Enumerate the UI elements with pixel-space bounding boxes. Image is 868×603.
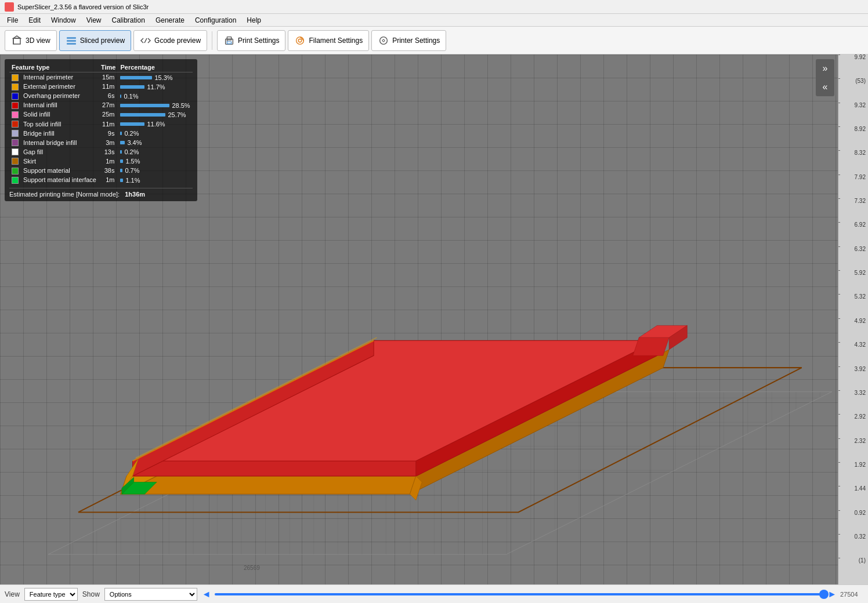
ruler-tick — [838, 318, 840, 319]
color-cell — [9, 138, 21, 147]
feature-label: Support material — [21, 166, 99, 175]
menu-item-help[interactable]: Help — [242, 15, 266, 26]
feature-pct: 0.7% — [125, 167, 139, 174]
slider-min-value: 26569 — [244, 565, 267, 571]
main-area: Feature type Time Percentage Internal pe… — [0, 55, 868, 584]
ruler-tick — [838, 175, 840, 175]
feature-color-swatch — [12, 139, 19, 146]
ruler-label: 5.32 — [855, 294, 866, 300]
feature-pct: 0.2% — [124, 148, 139, 155]
sliced-preview-button[interactable]: Sliced preview — [59, 30, 131, 51]
feature-bar-cell: 25.7% — [118, 110, 192, 119]
svg-point-10 — [227, 40, 228, 41]
print-settings-label: Print Settings — [238, 37, 279, 45]
slider-arrow-right[interactable]: ► — [827, 589, 837, 600]
feature-pct: 0.1% — [124, 93, 138, 100]
ruler-tick — [838, 558, 840, 558]
nav-arrows: » « — [816, 59, 834, 96]
stats-row: Solid infill 25m 25.7% — [9, 110, 193, 119]
feature-label: Bridge infill — [21, 129, 99, 138]
menu-item-generate[interactable]: Generate — [151, 15, 189, 26]
view-select[interactable]: Feature typeHeightWidthSpeedFan speedTem… — [24, 588, 78, 601]
ruler-panel: 9.92(53)9.328.928.327.927.326.926.325.92… — [838, 55, 868, 584]
feature-color-swatch — [12, 74, 19, 81]
3dview-button[interactable]: 3D view — [5, 30, 57, 51]
show-select[interactable]: Options — [104, 588, 197, 601]
menu-item-view[interactable]: View — [82, 15, 106, 26]
ruler-label: 5.92 — [855, 270, 866, 276]
sliced-preview-label: Sliced preview — [80, 37, 125, 45]
ruler-tick — [838, 222, 840, 223]
feature-time: 1m — [99, 175, 118, 184]
stats-row: Bridge infill 9s 0.2% — [9, 129, 193, 138]
ruler-label: 6.32 — [855, 246, 866, 252]
feature-label: Solid infill — [21, 110, 99, 119]
feature-color-swatch — [12, 83, 19, 90]
filament-settings-button[interactable]: Filament Settings — [288, 30, 369, 51]
color-cell — [9, 91, 21, 100]
ruler-label: 4.92 — [855, 318, 866, 324]
ruler-label: 0.32 — [855, 534, 866, 540]
svg-point-11 — [296, 37, 304, 44]
ruler-tick — [838, 390, 840, 391]
filament-settings-label: Filament Settings — [309, 37, 363, 45]
feature-pct: 25.7% — [168, 111, 186, 118]
ruler-label: 7.32 — [855, 198, 866, 204]
slider-thumb — [819, 590, 829, 599]
app-icon — [5, 2, 14, 12]
toolbar: 3D view Sliced preview Gcode preview Pri… — [0, 27, 868, 55]
stats-row: External perimeter 11m 11.7% — [9, 82, 193, 91]
layer-slider-track[interactable] — [215, 593, 824, 595]
feature-color-swatch — [12, 121, 19, 128]
menu-item-configuration[interactable]: Configuration — [190, 15, 241, 26]
stats-row: Internal infill 27m 28.5% — [9, 100, 193, 110]
printer-settings-button[interactable]: Printer Settings — [371, 30, 446, 51]
feature-bar-cell: 11.6% — [118, 119, 192, 128]
stats-row: Top solid infill 11m 11.6% — [9, 119, 193, 128]
feature-pct: 28.5% — [172, 102, 190, 109]
printer-settings-label: Printer Settings — [392, 37, 440, 45]
menu-item-calibration[interactable]: Calibration — [107, 15, 150, 26]
color-cell — [9, 157, 21, 166]
ruler-label: 7.92 — [855, 175, 866, 180]
svg-rect-9 — [227, 41, 231, 43]
ruler-label: 4.32 — [855, 342, 866, 348]
print-settings-button[interactable]: Print Settings — [217, 30, 285, 51]
menu-item-edit[interactable]: Edit — [24, 15, 45, 26]
feature-pct: 1.5% — [125, 158, 140, 165]
estimated-time-label: Estimated printing time [Normal mode]: — [9, 191, 120, 198]
layers-icon — [66, 35, 77, 46]
stats-row: Internal perimeter 15m 15.3% — [9, 72, 193, 82]
feature-pct: 11.6% — [147, 121, 165, 128]
menu-item-window[interactable]: Window — [46, 15, 81, 26]
ruler-label: 0.92 — [855, 510, 866, 516]
ruler-label: 1.92 — [855, 462, 866, 468]
ruler-label: (1) — [859, 558, 866, 564]
feature-label: Skirt — [21, 157, 99, 166]
gcode-preview-button[interactable]: Gcode preview — [133, 30, 207, 51]
viewport[interactable]: Feature type Time Percentage Internal pe… — [0, 55, 868, 584]
color-cell — [9, 147, 21, 157]
ruler-tick — [838, 150, 840, 151]
menu-item-file[interactable]: File — [2, 15, 23, 26]
printer-icon — [378, 35, 389, 46]
ruler-label: 3.32 — [855, 390, 866, 396]
feature-color-swatch — [12, 111, 19, 118]
nav-left-button[interactable]: « — [816, 78, 834, 96]
slider-arrow-left[interactable]: ◄ — [202, 589, 211, 600]
print-icon — [223, 35, 235, 46]
feature-pct: 1.1% — [125, 177, 140, 184]
svg-marker-1 — [13, 36, 20, 38]
titlebar: SuperSlicer_2.3.56 a flavored version of… — [0, 0, 868, 14]
ruler-tick — [838, 270, 840, 271]
feature-time: 13s — [99, 147, 118, 157]
feature-bar-cell: 1.5% — [118, 157, 192, 166]
feature-label: Internal bridge infill — [21, 138, 99, 147]
feature-time: 9s — [99, 129, 118, 138]
feature-pct: 11.7% — [147, 83, 165, 90]
view-label: View — [5, 590, 20, 598]
ruler-tick — [838, 78, 840, 79]
nav-right-button[interactable]: » — [816, 59, 834, 78]
layer-slider-container: ◄ ► 27504 — [202, 589, 863, 600]
stats-row: Internal bridge infill 3m 3.4% — [9, 138, 193, 147]
